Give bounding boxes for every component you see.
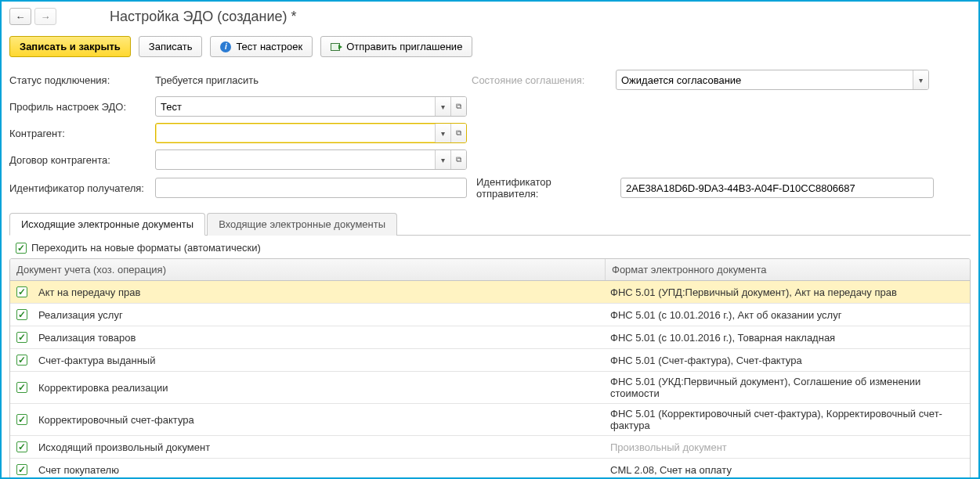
profile-dropdown-button[interactable]: ▾ — [435, 97, 450, 116]
open-dialog-icon: ⧉ — [456, 128, 461, 138]
chevron-down-icon: ▾ — [441, 129, 445, 138]
send-icon — [331, 41, 342, 52]
agreement-label: Состояние соглашения: — [472, 74, 605, 86]
chevron-down-icon: ▾ — [919, 76, 923, 85]
contractor-label: Контрагент: — [9, 128, 150, 139]
row-format-cell: Произвольный документ — [606, 438, 970, 457]
table-row[interactable]: Акт на передачу правФНС 5.01 (УПД:Первич… — [10, 281, 970, 304]
open-dialog-icon: ⧉ — [456, 102, 461, 111]
row-format-cell: ФНС 5.01 (УПД:Первичный документ), Акт н… — [606, 283, 970, 302]
chevron-down-icon: ▾ — [441, 103, 445, 111]
row-doc-cell: Исходящий произвольный документ — [34, 438, 606, 457]
arrow-right-icon: → — [41, 11, 51, 23]
sender-id-label: Идентификатор отправителя: — [476, 176, 609, 200]
send-invite-button[interactable]: Отправить приглашение — [320, 36, 472, 57]
row-format-cell: ФНС 5.01 (Счет-фактура), Счет-фактура — [606, 351, 970, 370]
table-row[interactable]: Корректировочный счет-фактураФНС 5.01 (К… — [10, 404, 970, 436]
row-checkbox[interactable] — [16, 464, 27, 475]
contract-input[interactable] — [156, 150, 435, 169]
sender-id-input[interactable] — [620, 178, 934, 198]
status-label: Статус подключения: — [9, 74, 150, 86]
save-button[interactable]: Записать — [139, 36, 203, 57]
contract-dropdown-button[interactable]: ▾ — [435, 150, 450, 169]
save-and-close-button[interactable]: Записать и закрыть — [9, 36, 131, 57]
table-row[interactable]: Реализация услугФНС 5.01 (с 10.01.2016 г… — [10, 304, 970, 326]
chevron-down-icon: ▾ — [441, 156, 445, 164]
table-row[interactable]: Корректировка реализацииФНС 5.01 (УКД:Пе… — [10, 372, 970, 404]
contractor-open-button[interactable]: ⧉ — [450, 124, 466, 142]
auto-format-label: Переходить на новые форматы (автоматичес… — [31, 242, 261, 254]
table-row[interactable]: Исходящий произвольный документПроизволь… — [10, 436, 970, 459]
open-dialog-icon: ⧉ — [456, 155, 461, 164]
auto-format-checkbox[interactable] — [16, 243, 27, 254]
row-checkbox[interactable] — [16, 309, 27, 320]
tab-incoming[interactable]: Входящие электронные документы — [207, 213, 397, 236]
status-value: Требуется пригласить — [155, 74, 467, 86]
row-doc-cell: Корректировка реализации — [34, 378, 606, 398]
row-checkbox[interactable] — [16, 414, 27, 425]
table-row[interactable]: Счет покупателюCML 2.08, Счет на оплату — [10, 459, 970, 479]
row-doc-cell: Корректировочный счет-фактура — [34, 410, 606, 430]
row-format-cell: ФНС 5.01 (с 10.01.2016 г.), Акт об оказа… — [606, 305, 970, 325]
test-settings-button[interactable]: i Тест настроек — [210, 36, 313, 57]
agreement-dropdown-button[interactable]: ▾ — [913, 70, 928, 89]
row-doc-cell: Реализация услуг — [34, 305, 606, 325]
row-doc-cell: Счет-фактура выданный — [34, 351, 606, 370]
send-invite-label: Отправить приглашение — [346, 41, 462, 52]
page-title: Настройка ЭДО (создание) * — [110, 9, 297, 25]
info-icon: i — [220, 41, 231, 52]
row-format-cell: ФНС 5.01 (с 10.01.2016 г.), Товарная нак… — [606, 328, 970, 348]
arrow-left-icon: ← — [16, 11, 26, 23]
nav-forward-button[interactable]: → — [34, 8, 56, 25]
agreement-state-input[interactable] — [617, 70, 913, 89]
test-settings-label: Тест настроек — [236, 41, 302, 52]
row-format-cell: ФНС 5.01 (УКД:Первичный документ), Согла… — [606, 372, 970, 403]
row-doc-cell: Счет покупателю — [34, 460, 606, 480]
profile-open-button[interactable]: ⧉ — [450, 97, 466, 116]
profile-input[interactable] — [156, 97, 435, 116]
contractor-input[interactable] — [156, 124, 435, 142]
grid-header-format[interactable]: Формат электронного документа — [606, 259, 970, 280]
contractor-dropdown-button[interactable]: ▾ — [435, 124, 450, 142]
row-doc-cell: Акт на передачу прав — [34, 283, 606, 302]
row-doc-cell: Реализация товаров — [34, 328, 606, 348]
table-row[interactable]: Реализация товаровФНС 5.01 (с 10.01.2016… — [10, 326, 970, 349]
nav-back-button[interactable]: ← — [9, 8, 31, 25]
row-checkbox[interactable] — [16, 286, 27, 297]
contract-label: Договор контрагента: — [9, 154, 150, 166]
documents-grid: Документ учета (хоз. операция) Формат эл… — [9, 258, 971, 479]
row-checkbox[interactable] — [16, 441, 27, 452]
recipient-id-input[interactable] — [155, 178, 467, 198]
row-format-cell: CML 2.08, Счет на оплату — [606, 460, 970, 480]
row-format-cell: ФНС 5.01 (Корректировочный счет-фактура)… — [606, 404, 970, 435]
grid-header-doc[interactable]: Документ учета (хоз. операция) — [10, 259, 606, 280]
contract-open-button[interactable]: ⧉ — [450, 150, 466, 169]
recipient-id-label: Идентификатор получателя: — [9, 182, 150, 194]
row-checkbox[interactable] — [16, 355, 27, 366]
row-checkbox[interactable] — [16, 332, 27, 343]
table-row[interactable]: Счет-фактура выданныйФНС 5.01 (Счет-факт… — [10, 349, 970, 372]
tab-outgoing[interactable]: Исходящие электронные документы — [9, 213, 205, 236]
profile-label: Профиль настроек ЭДО: — [9, 101, 150, 113]
row-checkbox[interactable] — [16, 382, 27, 393]
